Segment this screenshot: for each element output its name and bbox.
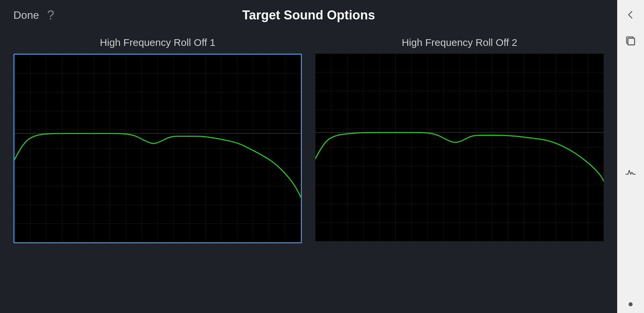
chart-title-2: High Frequency Roll Off 2: [402, 37, 518, 48]
sidebar: [617, 0, 644, 313]
chart-wrapper-1[interactable]: [13, 54, 302, 243]
main-content: Done ? Target Sound Options High Frequen…: [0, 0, 617, 313]
back-icon[interactable]: [623, 7, 639, 23]
header: Done ? Target Sound Options: [0, 0, 617, 30]
svg-rect-1: [628, 38, 635, 45]
done-button[interactable]: Done: [13, 9, 39, 21]
chart-section-2[interactable]: High Frequency Roll Off 2: [315, 37, 604, 241]
help-button[interactable]: ?: [47, 8, 54, 22]
chart-title-1: High Frequency Roll Off 1: [100, 37, 216, 48]
frequency-chart-1[interactable]: [14, 55, 301, 242]
chart-wrapper-2[interactable]: [315, 54, 604, 241]
page-title: Target Sound Options: [242, 8, 375, 22]
pulse-icon[interactable]: [623, 164, 639, 180]
charts-container: High Frequency Roll Off 1 High Frequency…: [0, 30, 617, 313]
frequency-chart-2[interactable]: [315, 54, 604, 241]
chart-section-1[interactable]: High Frequency Roll Off 1: [13, 37, 302, 243]
sidebar-dot: [629, 302, 633, 306]
copy-icon[interactable]: [623, 33, 639, 49]
